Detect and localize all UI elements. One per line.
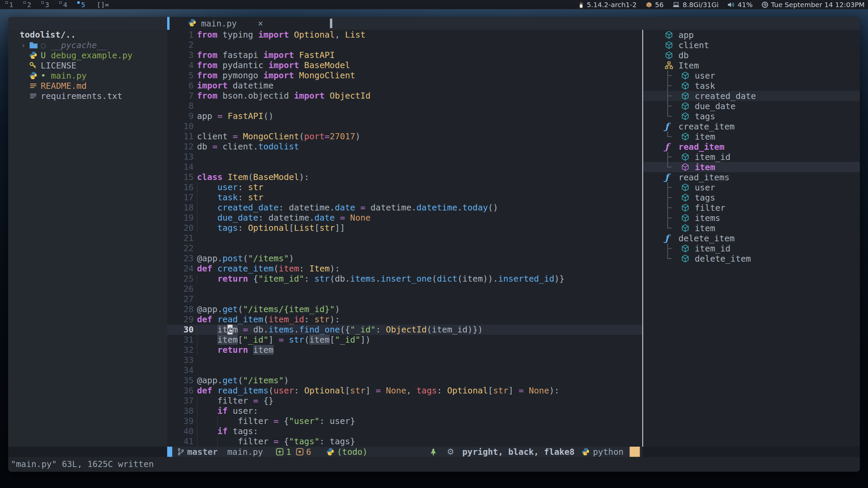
tag-item-user[interactable]: user: [643, 182, 860, 192]
file-tree-item-requirements.txt[interactable]: requirements.txt: [8, 91, 167, 101]
line-number: 23: [167, 253, 194, 264]
code-line-27[interactable]: 27: [167, 294, 642, 304]
workspace-2[interactable]: 2: [23, 0, 31, 9]
code-text: app = FastAPI(): [197, 111, 274, 121]
code-line-30[interactable]: 30 item = db.items.find_one({"_id": Obje…: [167, 325, 642, 335]
tag-item-delete_item[interactable]: delete_item: [643, 253, 860, 264]
code-line-12[interactable]: 12db = client.todolist: [167, 142, 642, 152]
code-line-24[interactable]: 24def create_item(item: Item):: [167, 264, 642, 274]
code-line-21[interactable]: 21: [167, 233, 642, 243]
code-line-25[interactable]: 25 return {"item_id": str(db.items.inser…: [167, 274, 642, 284]
code-text: from typing import Optional, List: [197, 30, 366, 40]
code-line-28[interactable]: 28@app.get("/items/{item_id}"): [167, 304, 642, 314]
variable-cube-icon: [681, 244, 690, 253]
line-number: 11: [167, 131, 194, 142]
file-tree-item-main.py[interactable]: •main.py: [8, 70, 167, 81]
tag-item-created_date[interactable]: created_date: [643, 91, 860, 101]
tag-item-task[interactable]: task: [643, 81, 860, 91]
line-number: 9: [167, 111, 194, 121]
code-line-33[interactable]: 33: [167, 355, 642, 365]
code-line-5[interactable]: 5from pymongo import MongoClient: [167, 70, 642, 81]
filetype-label: python: [593, 447, 624, 457]
tag-item-read_item[interactable]: ƒread_item: [643, 142, 860, 152]
code-line-29[interactable]: 29def read_item(item_id: str):: [167, 314, 642, 325]
scroll-position-block: [630, 447, 640, 457]
code-line-14[interactable]: 14: [167, 162, 642, 172]
code-line-6[interactable]: 6import datetime: [167, 81, 642, 91]
workspace-4[interactable]: 4: [59, 0, 67, 9]
code-line-15[interactable]: 15class Item(BaseModel):: [167, 172, 642, 182]
tag-item-filter[interactable]: filter: [643, 203, 860, 213]
code-line-39[interactable]: 39 filter = {"user": user}: [167, 416, 642, 426]
code-line-40[interactable]: 40 if tags:: [167, 426, 642, 436]
code-line-1[interactable]: 1from typing import Optional, List: [167, 30, 642, 40]
code-line-36[interactable]: 36def read_items(user: Optional[str] = N…: [167, 386, 642, 396]
tag-item-app[interactable]: app: [643, 30, 860, 40]
workspace-3[interactable]: 3: [41, 0, 49, 9]
file-tree-root[interactable]: todolist/..: [8, 30, 167, 40]
code-line-10[interactable]: 10: [167, 121, 642, 131]
code-line-26[interactable]: 26: [167, 284, 642, 294]
file-tree-item-README.md[interactable]: README.md: [8, 81, 167, 91]
code-line-34[interactable]: 34: [167, 365, 642, 375]
code-line-7[interactable]: 7from bson.objectid import ObjectId: [167, 91, 642, 101]
variable-cube-icon: [681, 163, 690, 171]
tag-item-tags[interactable]: tags: [643, 192, 860, 203]
tag-item-items[interactable]: items: [643, 213, 860, 223]
tag-item-tags[interactable]: tags: [643, 111, 860, 121]
tree-connector: [665, 203, 681, 213]
code-line-38[interactable]: 38 if user:: [167, 406, 642, 416]
tag-item-item[interactable]: item: [643, 162, 860, 172]
workspace-1[interactable]: 1: [5, 0, 13, 9]
symbol-outline-pane: appclientdbItemusertaskcreated_datedue_d…: [643, 30, 860, 447]
code-line-9[interactable]: 9app = FastAPI(): [167, 111, 642, 121]
code-line-20[interactable]: 20 tags: Optional[List[str]]: [167, 223, 642, 233]
file-tree-item-debug_example.py[interactable]: Udebug_example.py: [8, 50, 167, 60]
workspace-5[interactable]: 5: [77, 0, 85, 9]
tag-item-item[interactable]: item: [643, 131, 860, 142]
tag-item-item_id[interactable]: item_id: [643, 243, 860, 253]
tag-item-create_item[interactable]: ƒcreate_item: [643, 121, 860, 131]
code-line-17[interactable]: 17 task: str: [167, 192, 642, 203]
tag-item-client[interactable]: client: [643, 40, 860, 50]
line-number: 35: [167, 375, 194, 386]
code-line-8[interactable]: 8: [167, 101, 642, 111]
tag-item-due_date[interactable]: due_date: [643, 101, 860, 111]
tag-item-item_id[interactable]: item_id: [643, 152, 860, 162]
code-line-32[interactable]: 32 return item: [167, 345, 642, 355]
tag-item-Item[interactable]: Item: [643, 60, 860, 70]
code-line-3[interactable]: 3from fastapi import FastAPI: [167, 50, 642, 60]
code-line-11[interactable]: 11client = MongoClient(port=27017): [167, 131, 642, 142]
tag-item-user[interactable]: user: [643, 70, 860, 81]
file-tree-item-LICENSE[interactable]: LICENSE: [8, 60, 167, 70]
file-name: __pycache__: [51, 40, 107, 50]
tag-name: item: [695, 132, 715, 142]
code-line-41[interactable]: 41 filter = {"tags": tags}: [167, 436, 642, 447]
code-line-19[interactable]: 19 due_date: datetime.date = None: [167, 213, 642, 223]
tab-close-icon[interactable]: ×: [258, 18, 263, 28]
tag-item-delete_item[interactable]: ƒdelete_item: [643, 233, 860, 243]
file-tree-item-__pycache__[interactable]: ›◌__pycache__: [8, 40, 167, 50]
tab-end-marker: [330, 19, 332, 28]
code-editor-pane[interactable]: 1from typing import Optional, List23from…: [167, 30, 642, 447]
code-line-37[interactable]: 37 filter = {}: [167, 396, 642, 406]
code-line-22[interactable]: 22: [167, 243, 642, 253]
code-line-4[interactable]: 4from pydantic import BaseModel: [167, 60, 642, 70]
tag-item-db[interactable]: db: [643, 50, 860, 60]
tag-name: item: [695, 223, 715, 233]
code-line-35[interactable]: 35@app.get("/items"): [167, 375, 642, 386]
code-line-18[interactable]: 18 created_date: datetime.date = datetim…: [167, 203, 642, 213]
text-cursor: e: [228, 325, 233, 334]
variable-cube-icon: [681, 183, 690, 192]
code-line-13[interactable]: 13: [167, 152, 642, 162]
tag-item-read_items[interactable]: ƒread_items: [643, 172, 860, 182]
code-line-2[interactable]: 2: [167, 40, 642, 50]
tab-main-py[interactable]: main.py ×: [167, 17, 330, 30]
tag-item-item[interactable]: item: [643, 223, 860, 233]
status-clock: Tue September 14 12:03PM: [762, 1, 865, 9]
code-line-31[interactable]: 31 item["_id"] = str(item["_id"]): [167, 335, 642, 345]
code-line-23[interactable]: 23@app.post("/items"): [167, 253, 642, 264]
code-line-16[interactable]: 16 user: str: [167, 182, 642, 192]
statusline: master main.py 1 6 (todo) ⚙ pyright, bla…: [8, 447, 860, 457]
code-text: def create_item(item: Item):: [197, 264, 340, 274]
